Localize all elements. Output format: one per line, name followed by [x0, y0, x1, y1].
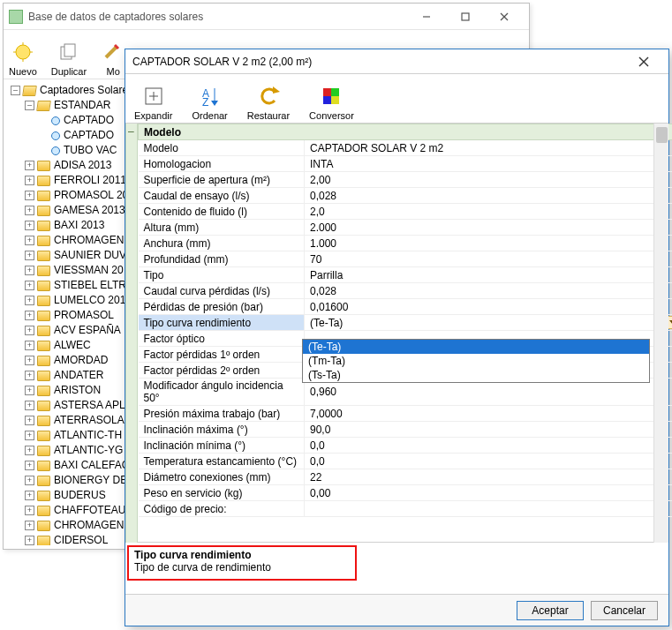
property-row[interactable]: Temperatura estancamiento (°C)0,0 — [139, 454, 673, 469]
property-row[interactable]: Tipo curva rendimiento(Te-Ta) — [139, 315, 673, 331]
property-row[interactable]: Superficie de apertura (m²)2,00 — [139, 172, 673, 188]
collapse-section-icon[interactable]: – — [126, 124, 137, 139]
dropdown-option[interactable]: (Tm-Ta) — [303, 354, 649, 368]
property-row[interactable]: HomologacionINTA — [139, 156, 673, 172]
property-name: Superficie de apertura (m²) — [139, 172, 305, 188]
property-value[interactable]: 22 — [305, 469, 673, 485]
cancel-button[interactable]: Cancelar — [591, 601, 658, 620]
property-name: Pérdidas de presión (bar) — [139, 299, 305, 315]
close-button[interactable] — [485, 4, 524, 29]
property-name: Inclinación máxima (°) — [139, 422, 305, 438]
property-name: Homologacion — [139, 156, 305, 172]
property-description-text: Tipo de curva de rendimiento — [134, 561, 350, 574]
svg-rect-29 — [331, 88, 339, 96]
toolbar-expandir[interactable]: Expandir — [134, 84, 172, 121]
property-name: Factor óptico — [139, 331, 305, 347]
minimize-button[interactable] — [407, 4, 446, 29]
property-row[interactable]: Presión máxima trabajo (bar)7,0000 — [139, 406, 673, 422]
toolbar-duplicar[interactable]: Duplicar — [51, 40, 87, 77]
property-name: Profundidad (mm) — [139, 251, 305, 267]
dialog-close-button[interactable] — [626, 50, 661, 73]
property-row[interactable]: TipoParrilla — [139, 267, 673, 283]
svg-rect-31 — [331, 96, 339, 104]
property-value[interactable]: 2,0 — [305, 204, 673, 220]
accept-button[interactable]: Aceptar — [517, 601, 584, 620]
dialog-toolbar: ExpandirAZOrdenarRestaurarConversor — [125, 74, 668, 124]
property-value[interactable]: 0,0 — [305, 454, 673, 469]
property-value[interactable] — [305, 501, 673, 517]
property-name: Modificador ángulo incidencia 50° — [139, 379, 305, 406]
svg-marker-26 — [211, 101, 218, 106]
svg-point-4 — [16, 45, 30, 59]
property-row[interactable]: Inclinación máxima (°)90,0 — [139, 422, 673, 438]
dialog-footer: Aceptar Cancelar — [125, 594, 668, 626]
property-row[interactable]: Altura (mm)2.000 — [139, 220, 673, 236]
property-value[interactable]: INTA — [305, 156, 673, 172]
property-name: Caudal curva pérdidas (l/s) — [139, 283, 305, 299]
property-value[interactable]: 2.000 — [305, 220, 673, 236]
window-title: Base de datos de captadores solares — [28, 11, 407, 23]
property-name: Diámetro conexiones (mm) — [139, 469, 305, 485]
property-value[interactable]: 0,028 — [305, 188, 673, 204]
property-value[interactable]: Parrilla — [305, 267, 673, 283]
property-value[interactable]: 1.000 — [305, 236, 673, 251]
property-row[interactable]: Anchura (mm)1.000 — [139, 236, 673, 251]
dialog-title: CAPTADOR SOLAR V 2 m2 (2,00 m²) — [132, 56, 626, 68]
property-value[interactable]: 0,0 — [305, 438, 673, 454]
property-name: Tipo curva rendimiento — [139, 315, 305, 331]
toolbar-nuevo[interactable]: Nuevo — [9, 40, 37, 77]
property-name: Contenido de fluido (l) — [139, 204, 305, 220]
maximize-button[interactable] — [446, 4, 485, 29]
property-name: Código de precio: — [139, 501, 305, 517]
property-name: Anchura (mm) — [139, 236, 305, 251]
property-value[interactable]: 7,0000 — [305, 406, 673, 422]
toolbar-conversor[interactable]: Conversor — [309, 84, 354, 121]
properties-dialog: CAPTADOR SOLAR V 2 m2 (2,00 m²) Expandir… — [125, 49, 669, 626]
property-value[interactable]: 70 — [305, 251, 673, 267]
property-grid: – ModeloModeloCAPTADOR SOLAR V 2 m2Homol… — [125, 124, 668, 543]
titlebar: Base de datos de captadores solares — [4, 4, 529, 30]
property-row[interactable]: Caudal de ensayo (l/s)0,028 — [139, 188, 673, 204]
svg-rect-30 — [323, 96, 331, 104]
dropdown-option[interactable]: (Ts-Ta) — [303, 368, 649, 382]
property-value[interactable]: 2,00 — [305, 172, 673, 188]
property-value[interactable]: 90,0 — [305, 422, 673, 438]
svg-text:Z: Z — [202, 96, 208, 108]
property-row[interactable]: Inclinación mínima (°)0,0 — [139, 438, 673, 454]
property-description-title: Tipo curva rendimiento — [134, 549, 350, 561]
curve-type-dropdown[interactable]: (Te-Ta)(Tm-Ta)(Ts-Ta) — [302, 339, 650, 383]
property-row[interactable]: Peso en servicio (kg)0,00 — [139, 485, 673, 501]
property-name: Modelo — [139, 140, 305, 156]
property-name: Altura (mm) — [139, 220, 305, 236]
property-value[interactable]: CAPTADOR SOLAR V 2 m2 — [305, 140, 673, 156]
property-name: Inclinación mínima (°) — [139, 438, 305, 454]
property-value[interactable]: (Te-Ta) — [305, 315, 673, 331]
property-name: Peso en servicio (kg) — [139, 485, 305, 501]
property-value[interactable]: 0,01600 — [305, 299, 673, 315]
property-description-box: Tipo curva rendimiento Tipo de curva de … — [127, 545, 357, 581]
property-row[interactable]: Contenido de fluido (l)2,0 — [139, 204, 673, 220]
toolbar-ordenar[interactable]: AZOrdenar — [192, 84, 227, 121]
grid-gutter: – — [125, 124, 138, 543]
property-row[interactable]: Diámetro conexiones (mm)22 — [139, 469, 673, 485]
svg-rect-28 — [323, 88, 331, 96]
property-name: Caudal de ensayo (l/s) — [139, 188, 305, 204]
app-icon — [9, 10, 23, 24]
property-row[interactable]: Profundidad (mm)70 — [139, 251, 673, 267]
property-row[interactable]: ModeloCAPTADOR SOLAR V 2 m2 — [139, 140, 673, 156]
property-row[interactable]: Caudal curva pérdidas (l/s)0,028 — [139, 283, 673, 299]
dropdown-option[interactable]: (Te-Ta) — [303, 340, 649, 354]
property-row[interactable]: Código de precio: — [139, 501, 673, 517]
toolbar-restaurar[interactable]: Restaurar — [247, 84, 290, 121]
property-name: Temperatura estancamiento (°C) — [139, 454, 305, 469]
property-name: Presión máxima trabajo (bar) — [139, 406, 305, 422]
property-name: Tipo — [139, 267, 305, 283]
section-header[interactable]: Modelo — [139, 124, 673, 140]
vertical-scrollbar[interactable] — [653, 124, 668, 543]
property-value[interactable]: 0,00 — [305, 485, 673, 501]
property-name: Factor pérdidas 2º orden — [139, 363, 305, 379]
toolbar-mo[interactable]: Mo — [101, 40, 125, 77]
property-row[interactable]: Pérdidas de presión (bar)0,01600 — [139, 299, 673, 315]
property-value[interactable]: 0,028 — [305, 283, 673, 299]
svg-rect-10 — [64, 44, 75, 56]
